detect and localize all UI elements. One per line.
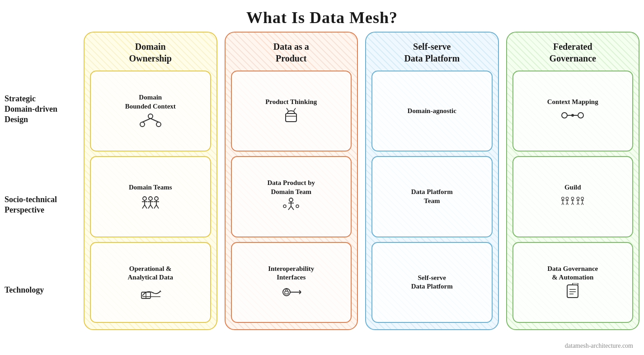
svg-point-2 — [156, 122, 161, 127]
svg-line-49 — [567, 203, 568, 205]
label-strategic: StrategicDomain-drivenDesign — [5, 89, 79, 130]
doc-icon — [560, 283, 585, 299]
card-operational-analytical-label: Operational &Analytical Data — [128, 265, 173, 282]
card-interoperability-label: InteroperabilityInterfaces — [268, 265, 314, 282]
svg-point-50 — [571, 197, 574, 200]
card-guild: Guild — [512, 156, 634, 237]
svg-line-54 — [573, 203, 573, 205]
card-context-mapping-label: Context Mapping — [547, 98, 598, 107]
card-self-serve-platform: Self-serveData Platform — [371, 242, 493, 323]
svg-rect-65 — [567, 285, 578, 298]
row-labels: StrategicDomain-drivenDesign Socio-techn… — [5, 32, 84, 330]
card-operational-analytical: Operational &Analytical Data — [90, 242, 211, 323]
svg-line-4 — [150, 118, 159, 122]
card-interoperability: InteroperabilityInterfaces — [231, 242, 352, 323]
card-data-governance: Data Governance& Automation — [512, 242, 634, 323]
svg-rect-22 — [286, 114, 296, 122]
pillar-data-as-product: Data as aProduct Product Thinking — [225, 32, 358, 330]
label-socio: Socio-technicalPerspective — [5, 190, 79, 220]
card-domain-agnostic: Domain-agnostic — [371, 71, 493, 151]
svg-point-1 — [140, 122, 145, 127]
svg-line-59 — [578, 203, 579, 205]
card-context-mapping: Context Mapping — [512, 71, 634, 151]
svg-point-39 — [571, 114, 574, 117]
svg-point-60 — [581, 197, 584, 200]
pillar-data-as-product-title: Data as aProduct — [231, 39, 352, 66]
svg-point-45 — [566, 197, 569, 200]
svg-line-28 — [291, 206, 294, 210]
svg-line-17 — [154, 205, 156, 208]
pillar-domain-ownership: DomainOwnership DomainBounded Context Do… — [84, 32, 217, 330]
svg-line-44 — [563, 203, 564, 205]
lock-connect-icon — [278, 283, 304, 299]
svg-point-15 — [155, 197, 158, 200]
svg-line-3 — [142, 118, 150, 122]
svg-line-53 — [572, 203, 573, 205]
svg-rect-32 — [285, 291, 288, 294]
svg-point-24 — [289, 198, 293, 202]
svg-line-58 — [577, 203, 578, 205]
card-domain-agnostic-label: Domain-agnostic — [408, 107, 456, 116]
card-domain-bounded-context: DomainBounded Context — [90, 71, 211, 151]
card-product-thinking-label: Product Thinking — [265, 98, 317, 107]
pillar-federated-governance-title: FederatedGovernance — [512, 39, 634, 66]
card-product-thinking: Product Thinking — [231, 71, 352, 151]
svg-point-37 — [578, 113, 583, 118]
svg-line-12 — [148, 205, 150, 208]
pillar-federated-governance: FederatedGovernance Context Mapping Guil… — [506, 32, 640, 330]
card-data-platform-team-label: Data PlatformTeam — [411, 188, 453, 205]
pillar-self-serve-title: Self-serveData Platform — [371, 39, 493, 66]
guild-people-icon — [560, 193, 585, 209]
card-data-product-domain-label: Data Product byDomain Team — [267, 179, 315, 196]
svg-line-7 — [142, 205, 145, 208]
svg-point-30 — [296, 205, 299, 208]
card-guild-label: Guild — [564, 183, 581, 192]
svg-line-48 — [566, 203, 567, 205]
svg-point-40 — [562, 197, 564, 200]
footer-credit: datamesh-architecture.com — [565, 342, 633, 350]
card-domain-bounded-context-label: DomainBounded Context — [125, 93, 176, 111]
book-icon — [138, 283, 163, 299]
pillars-area: DomainOwnership DomainBounded Context Do… — [84, 32, 639, 330]
card-data-product-domain: Data Product byDomain Team — [231, 156, 352, 237]
svg-point-5 — [143, 197, 146, 200]
svg-point-10 — [149, 197, 152, 200]
svg-point-29 — [283, 205, 286, 208]
card-domain-teams: Domain Teams — [90, 156, 211, 237]
people-icon — [138, 193, 163, 209]
team-icon — [278, 197, 304, 213]
label-technology: Technology — [5, 280, 79, 300]
product-thinking-icon — [278, 107, 304, 123]
svg-line-63 — [581, 203, 582, 205]
page-title: What Is Data Mesh? — [0, 0, 644, 32]
svg-point-0 — [148, 114, 153, 118]
card-data-platform-team: Data PlatformTeam — [371, 156, 493, 237]
pillar-self-serve: Self-serveData Platform Domain-agnostic … — [365, 32, 499, 330]
svg-point-36 — [562, 113, 567, 118]
nodes-icon — [560, 107, 585, 123]
card-self-serve-platform-label: Self-serveData Platform — [411, 274, 453, 291]
pillar-domain-ownership-title: DomainOwnership — [90, 39, 211, 66]
svg-line-64 — [583, 203, 583, 205]
svg-line-27 — [288, 206, 291, 210]
card-data-governance-label: Data Governance& Automation — [547, 265, 598, 282]
network-icon — [138, 112, 163, 128]
svg-line-18 — [156, 205, 159, 208]
svg-line-43 — [562, 203, 563, 205]
svg-point-31 — [283, 289, 290, 296]
svg-point-55 — [577, 197, 579, 200]
card-domain-teams-label: Domain Teams — [129, 183, 172, 192]
svg-line-13 — [150, 205, 153, 208]
svg-line-8 — [145, 205, 147, 208]
